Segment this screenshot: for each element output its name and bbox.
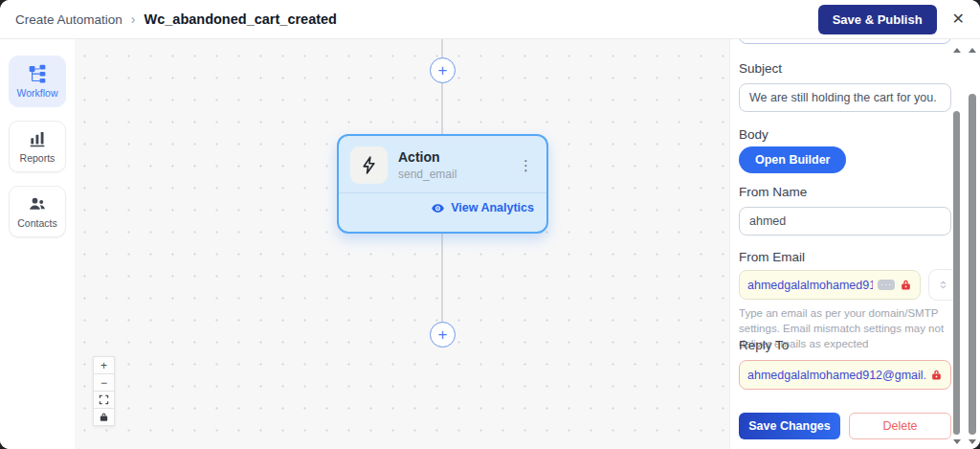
node-kebab-menu-icon[interactable]: ⋮	[517, 157, 535, 174]
from-email-input[interactable]: ahmedgalalmohamed912@gmail.c ···	[739, 270, 921, 300]
page-scrollbar[interactable]	[968, 42, 977, 447]
lock-button[interactable]	[93, 408, 115, 426]
lightning-bolt-icon	[350, 146, 388, 184]
page-title: Wc_abandoned_cart_created	[145, 11, 337, 27]
scroll-down-arrow-icon[interactable]	[953, 439, 961, 444]
view-analytics-label: View Analytics	[451, 201, 534, 214]
lock-icon	[99, 412, 109, 422]
add-step-button-top[interactable]: +	[430, 57, 456, 83]
main-area: + + Action send_email ⋮ View Analytics	[0, 39, 980, 449]
automation-editor-window: Create Automation › Wc_abandoned_cart_cr…	[0, 0, 980, 449]
header-actions: Save & Publish ✕	[818, 5, 965, 34]
sidebar-item-label: Contacts	[17, 217, 56, 229]
body-label: Body	[739, 127, 768, 142]
action-node-send-email[interactable]: Action send_email ⋮ View Analytics	[337, 134, 548, 234]
sidebar-item-workflow[interactable]: Workflow	[9, 56, 66, 107]
canvas-controls: + −	[93, 356, 115, 426]
breadcrumb-chevron-icon: ›	[131, 11, 136, 27]
scroll-down-arrow-icon[interactable]	[969, 439, 976, 444]
breadcrumb-create-automation[interactable]: Create Automation	[15, 12, 122, 27]
action-node-title: Action	[398, 149, 457, 165]
sidebar-item-contacts[interactable]: Contacts	[9, 186, 66, 237]
people-icon	[28, 194, 47, 213]
ellipsis-chip: ···	[878, 280, 895, 290]
from-email-value: ahmedgalalmohamed912@gmail.c	[747, 279, 873, 292]
from-email-label: From Email	[739, 250, 805, 264]
subject-label: Subject	[739, 61, 782, 76]
warning-lock-icon	[900, 279, 912, 291]
fit-view-icon	[99, 394, 109, 405]
left-sidebar: Workflow Reports Contacts	[0, 39, 75, 449]
view-analytics-link[interactable]: View Analytics	[339, 192, 546, 222]
reply-to-value: ahmedgalalmohamed912@gmail.com	[747, 369, 925, 382]
zoom-in-button[interactable]: +	[93, 356, 115, 374]
scroll-up-arrow-icon[interactable]	[953, 48, 961, 53]
subject-input[interactable]	[739, 83, 951, 112]
from-name-input[interactable]	[739, 207, 951, 236]
warning-lock-icon	[930, 369, 943, 381]
save-publish-button[interactable]: Save & Publish	[818, 5, 937, 34]
sidebar-item-label: Workflow	[17, 87, 58, 99]
email-settings-panel: Subject Body Open Builder From Name From…	[729, 39, 980, 449]
sidebar-item-reports[interactable]: Reports	[9, 121, 66, 172]
action-node-text: Action send_email	[398, 149, 457, 181]
action-node-header: Action send_email ⋮	[339, 136, 546, 192]
scrolled-input-partial[interactable]	[739, 39, 951, 44]
fit-view-button[interactable]	[93, 391, 115, 409]
workflow-icon	[28, 64, 47, 83]
open-builder-button[interactable]: Open Builder	[739, 146, 846, 173]
chevron-up-down-icon	[938, 279, 948, 291]
from-name-label: From Name	[739, 185, 807, 199]
add-step-button-bottom[interactable]: +	[430, 322, 456, 348]
panel-scrollbar-thumb[interactable]	[953, 111, 960, 435]
delete-button[interactable]: Delete	[849, 413, 951, 439]
zoom-out-button[interactable]: −	[93, 373, 115, 392]
workflow-canvas[interactable]: + + Action send_email ⋮ View Analytics	[0, 39, 729, 449]
page-scrollbar-thumb[interactable]	[969, 94, 976, 435]
bar-chart-icon	[28, 129, 47, 148]
scroll-up-arrow-icon[interactable]	[969, 48, 976, 53]
sidebar-item-label: Reports	[20, 152, 56, 164]
reply-to-input[interactable]: ahmedgalalmohamed912@gmail.com	[739, 360, 951, 390]
panel-actions: Save Changes Delete	[739, 413, 951, 439]
save-changes-button[interactable]: Save Changes	[739, 413, 840, 439]
reply-to-label: Reply To	[739, 338, 789, 352]
action-node-subtitle: send_email	[398, 168, 457, 181]
eye-icon	[431, 201, 445, 215]
header-bar: Create Automation › Wc_abandoned_cart_cr…	[0, 0, 980, 39]
panel-scrollbar[interactable]	[952, 42, 961, 447]
close-icon[interactable]: ✕	[952, 11, 965, 27]
